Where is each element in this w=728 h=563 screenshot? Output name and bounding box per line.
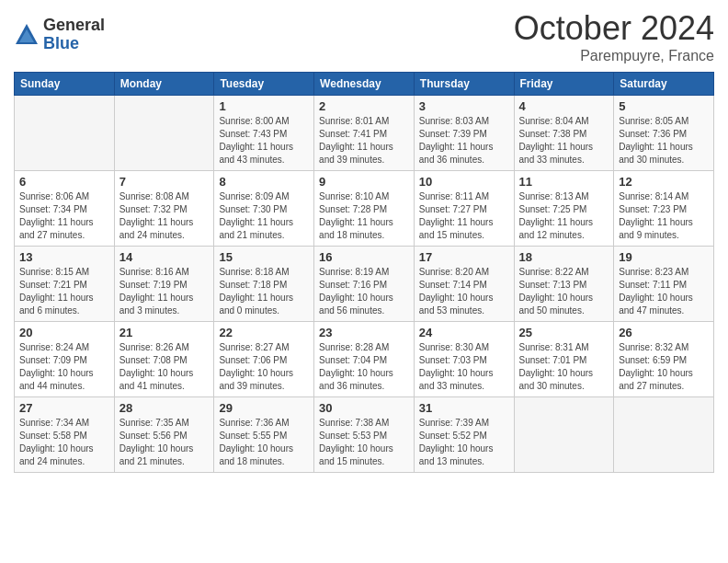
day-number: 21 [119, 326, 210, 339]
day-detail: Sunrise: 8:04 AM Sunset: 7:38 PM Dayligh… [519, 115, 609, 167]
day-number: 10 [419, 175, 509, 189]
day-number: 26 [619, 326, 709, 339]
logo-text: General Blue [43, 17, 105, 53]
header-tuesday: Tuesday [214, 73, 314, 96]
day-detail: Sunrise: 8:14 AM Sunset: 7:23 PM Dayligh… [619, 190, 709, 242]
table-row: 21Sunrise: 8:26 AM Sunset: 7:08 PM Dayli… [114, 322, 214, 397]
day-number: 14 [119, 250, 210, 264]
day-number: 11 [519, 175, 609, 189]
day-detail: Sunrise: 8:05 AM Sunset: 7:36 PM Dayligh… [619, 115, 709, 167]
day-number: 18 [519, 250, 609, 264]
header: General Blue October 2024 Parempuyre, Fr… [14, 9, 714, 64]
table-row: 28Sunrise: 7:35 AM Sunset: 5:56 PM Dayli… [114, 397, 214, 473]
day-detail: Sunrise: 8:15 AM Sunset: 7:21 PM Dayligh… [19, 266, 109, 317]
day-detail: Sunrise: 8:11 AM Sunset: 7:27 PM Dayligh… [419, 190, 509, 242]
weekday-header-row: Sunday Monday Tuesday Wednesday Thursday… [15, 73, 714, 96]
day-number: 19 [619, 250, 709, 264]
table-row: 25Sunrise: 8:31 AM Sunset: 7:01 PM Dayli… [514, 322, 614, 397]
header-thursday: Thursday [414, 73, 514, 96]
table-row: 24Sunrise: 8:30 AM Sunset: 7:03 PM Dayli… [414, 322, 514, 397]
day-detail: Sunrise: 7:36 AM Sunset: 5:55 PM Dayligh… [219, 417, 309, 468]
table-row: 27Sunrise: 7:34 AM Sunset: 5:58 PM Dayli… [15, 397, 115, 473]
day-detail: Sunrise: 7:34 AM Sunset: 5:58 PM Dayligh… [19, 417, 109, 468]
table-row: 12Sunrise: 8:14 AM Sunset: 7:23 PM Dayli… [614, 171, 714, 247]
logo-icon [14, 22, 40, 48]
table-row: 20Sunrise: 8:24 AM Sunset: 7:09 PM Dayli… [15, 322, 115, 397]
day-number: 9 [319, 175, 409, 189]
table-row [614, 397, 714, 473]
table-row [15, 96, 115, 171]
day-detail: Sunrise: 8:06 AM Sunset: 7:34 PM Dayligh… [19, 190, 109, 242]
header-friday: Friday [514, 73, 614, 96]
week-row-1: 1Sunrise: 8:00 AM Sunset: 7:43 PM Daylig… [15, 96, 714, 171]
day-detail: Sunrise: 8:19 AM Sunset: 7:16 PM Dayligh… [319, 266, 409, 317]
day-number: 3 [419, 99, 509, 113]
table-row: 6Sunrise: 8:06 AM Sunset: 7:34 PM Daylig… [15, 171, 115, 247]
day-detail: Sunrise: 8:30 AM Sunset: 7:03 PM Dayligh… [419, 341, 509, 393]
day-number: 15 [219, 250, 309, 264]
header-sunday: Sunday [15, 73, 115, 96]
week-row-4: 20Sunrise: 8:24 AM Sunset: 7:09 PM Dayli… [15, 322, 714, 397]
day-number: 5 [619, 99, 709, 113]
calendar: Sunday Monday Tuesday Wednesday Thursday… [14, 72, 714, 473]
logo-general-text: General [43, 17, 105, 35]
day-number: 30 [319, 401, 409, 415]
day-detail: Sunrise: 8:20 AM Sunset: 7:14 PM Dayligh… [419, 266, 509, 317]
day-detail: Sunrise: 8:28 AM Sunset: 7:04 PM Dayligh… [319, 341, 409, 393]
day-number: 4 [519, 99, 609, 113]
day-number: 23 [319, 326, 409, 339]
table-row: 11Sunrise: 8:13 AM Sunset: 7:25 PM Dayli… [514, 171, 614, 247]
table-row: 1Sunrise: 8:00 AM Sunset: 7:43 PM Daylig… [214, 96, 314, 171]
day-number: 13 [19, 250, 109, 264]
table-row: 31Sunrise: 7:39 AM Sunset: 5:52 PM Dayli… [414, 397, 514, 473]
day-number: 1 [219, 99, 309, 113]
table-row: 15Sunrise: 8:18 AM Sunset: 7:18 PM Dayli… [214, 247, 314, 322]
day-detail: Sunrise: 8:27 AM Sunset: 7:06 PM Dayligh… [219, 341, 309, 393]
week-row-2: 6Sunrise: 8:06 AM Sunset: 7:34 PM Daylig… [15, 171, 714, 247]
table-row [114, 96, 214, 171]
day-number: 20 [19, 326, 109, 339]
day-detail: Sunrise: 8:10 AM Sunset: 7:28 PM Dayligh… [319, 190, 409, 242]
day-detail: Sunrise: 8:18 AM Sunset: 7:18 PM Dayligh… [219, 266, 309, 317]
table-row: 4Sunrise: 8:04 AM Sunset: 7:38 PM Daylig… [514, 96, 614, 171]
day-detail: Sunrise: 8:16 AM Sunset: 7:19 PM Dayligh… [119, 266, 210, 317]
day-detail: Sunrise: 8:24 AM Sunset: 7:09 PM Dayligh… [19, 341, 109, 393]
header-wednesday: Wednesday [314, 73, 415, 96]
day-detail: Sunrise: 7:39 AM Sunset: 5:52 PM Dayligh… [419, 417, 509, 468]
day-detail: Sunrise: 7:38 AM Sunset: 5:53 PM Dayligh… [319, 417, 409, 468]
week-row-3: 13Sunrise: 8:15 AM Sunset: 7:21 PM Dayli… [15, 247, 714, 322]
table-row: 8Sunrise: 8:09 AM Sunset: 7:30 PM Daylig… [214, 171, 314, 247]
header-saturday: Saturday [614, 73, 714, 96]
table-row: 19Sunrise: 8:23 AM Sunset: 7:11 PM Dayli… [614, 247, 714, 322]
table-row: 23Sunrise: 8:28 AM Sunset: 7:04 PM Dayli… [314, 322, 415, 397]
table-row: 10Sunrise: 8:11 AM Sunset: 7:27 PM Dayli… [414, 171, 514, 247]
day-number: 31 [419, 401, 509, 415]
table-row: 9Sunrise: 8:10 AM Sunset: 7:28 PM Daylig… [314, 171, 415, 247]
day-number: 8 [219, 175, 309, 189]
table-row: 7Sunrise: 8:08 AM Sunset: 7:32 PM Daylig… [114, 171, 214, 247]
table-row: 26Sunrise: 8:32 AM Sunset: 6:59 PM Dayli… [614, 322, 714, 397]
table-row: 2Sunrise: 8:01 AM Sunset: 7:41 PM Daylig… [314, 96, 415, 171]
table-row: 5Sunrise: 8:05 AM Sunset: 7:36 PM Daylig… [614, 96, 714, 171]
logo: General Blue [14, 17, 105, 53]
table-row: 13Sunrise: 8:15 AM Sunset: 7:21 PM Dayli… [15, 247, 115, 322]
month-title: October 2024 [514, 9, 714, 48]
week-row-5: 27Sunrise: 7:34 AM Sunset: 5:58 PM Dayli… [15, 397, 714, 473]
day-detail: Sunrise: 8:32 AM Sunset: 6:59 PM Dayligh… [619, 341, 709, 393]
day-number: 2 [319, 99, 409, 113]
day-detail: Sunrise: 8:23 AM Sunset: 7:11 PM Dayligh… [619, 266, 709, 317]
table-row [514, 397, 614, 473]
day-number: 7 [119, 175, 210, 189]
table-row: 22Sunrise: 8:27 AM Sunset: 7:06 PM Dayli… [214, 322, 314, 397]
day-number: 12 [619, 175, 709, 189]
day-number: 28 [119, 401, 210, 415]
day-detail: Sunrise: 8:03 AM Sunset: 7:39 PM Dayligh… [419, 115, 509, 167]
day-detail: Sunrise: 8:00 AM Sunset: 7:43 PM Dayligh… [219, 115, 309, 167]
table-row: 30Sunrise: 7:38 AM Sunset: 5:53 PM Dayli… [314, 397, 415, 473]
day-detail: Sunrise: 8:26 AM Sunset: 7:08 PM Dayligh… [119, 341, 210, 393]
day-number: 27 [19, 401, 109, 415]
logo-blue-text: Blue [43, 35, 105, 53]
day-number: 17 [419, 250, 509, 264]
header-monday: Monday [114, 73, 214, 96]
day-detail: Sunrise: 8:01 AM Sunset: 7:41 PM Dayligh… [319, 115, 409, 167]
